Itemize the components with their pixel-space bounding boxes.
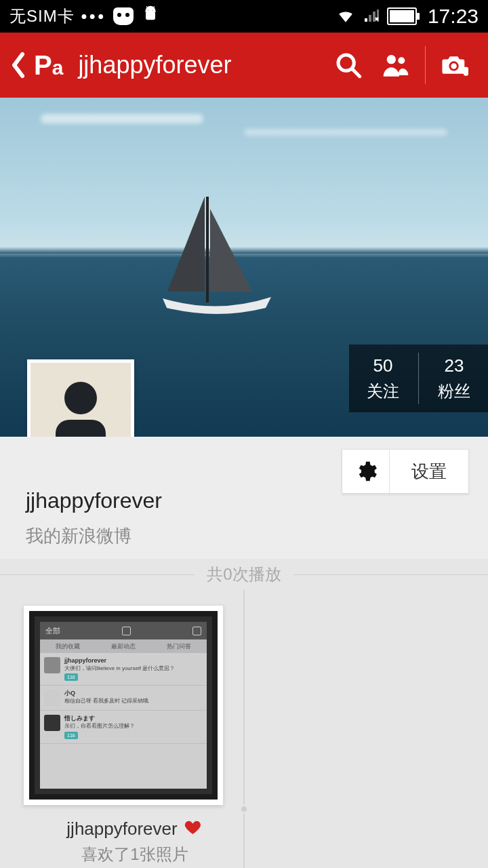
back-button[interactable] [9, 52, 27, 79]
profile-section: 设置 jjhappyforever 我的新浪微博 [0, 437, 488, 559]
followers-stat[interactable]: 23 粉丝 [420, 344, 488, 412]
svg-rect-10 [464, 67, 468, 76]
wifi-icon [336, 7, 356, 25]
svg-rect-3 [390, 10, 414, 22]
followers-label: 粉丝 [438, 380, 470, 402]
svg-rect-11 [206, 197, 209, 302]
wechat-notification-icon [113, 7, 134, 25]
stat-separator [418, 353, 419, 404]
header-separator [425, 46, 426, 84]
status-bar: 无SIM卡 ••• 17:23 [0, 0, 488, 33]
svg-point-12 [64, 382, 97, 414]
followers-count: 23 [445, 355, 464, 376]
svg-point-7 [398, 57, 405, 64]
thumb-row: jjhappyforever大侠们，请问Believe in yourself … [40, 653, 207, 686]
gear-icon [342, 450, 390, 493]
settings-label: 设置 [390, 460, 468, 484]
heart-icon [183, 818, 203, 840]
battery-icon [387, 7, 421, 25]
profile-bio: 我的新浪微博 [26, 524, 462, 548]
search-button[interactable] [325, 33, 372, 98]
settings-button[interactable]: 设置 [342, 449, 469, 494]
thumb-search-icon [122, 627, 131, 635]
feed-photo-card[interactable]: 全部 我的收藏最新动态热门问答 jjhappyforever大侠们，请问Beli… [23, 605, 224, 806]
plays-divider: 共0次播放 [0, 559, 488, 590]
thumb-tabs: 我的收藏最新动态热门问答 [40, 639, 207, 653]
app-logo: Pa [34, 50, 63, 81]
svg-rect-2 [417, 13, 420, 20]
sim-status: 无SIM卡 [9, 5, 75, 27]
stats-panel: 50 关注 23 粉丝 [349, 344, 488, 412]
svg-rect-0 [146, 12, 155, 20]
cover-illustration [157, 190, 279, 328]
thumb-compose-icon [192, 627, 201, 635]
camera-button[interactable] [431, 33, 479, 98]
more-indicator-icon: ••• [81, 7, 106, 26]
thumb-row: 小Q相信自己呀 看我多及时 记得采纳哦 [40, 686, 207, 711]
svg-point-9 [451, 63, 457, 69]
svg-point-6 [387, 55, 396, 64]
friends-button[interactable] [372, 33, 420, 98]
following-stat[interactable]: 50 关注 [349, 344, 417, 412]
feed-item-action: 喜欢了1张照片 [23, 844, 247, 865]
cell-signal-icon [363, 8, 380, 24]
app-header: Pa jjhappyforever [0, 33, 488, 98]
plays-count: 共0次播放 [195, 564, 293, 585]
svg-line-5 [352, 68, 360, 77]
android-icon [140, 5, 161, 28]
clock: 17:23 [428, 5, 479, 28]
following-count: 50 [373, 355, 393, 376]
following-label: 关注 [367, 380, 399, 402]
thumb-row: 悟しみます亲们，你看看图片怎么理解？116 [40, 711, 207, 743]
feed-item-username[interactable]: jjhappyforever [66, 818, 177, 840]
thumb-bar-label: 全部 [45, 626, 60, 636]
feed-section: 全部 我的收藏最新动态热门问答 jjhappyforever大侠们，请问Beli… [0, 590, 488, 868]
header-title: jjhappyforever [78, 51, 325, 79]
